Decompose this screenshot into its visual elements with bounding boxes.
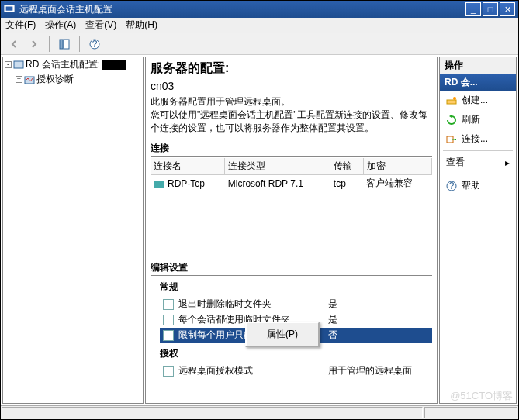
- server-icon: [13, 60, 24, 71]
- forward-button[interactable]: [26, 36, 43, 53]
- context-menu: 属性(P): [245, 322, 320, 347]
- maximize-button[interactable]: □: [483, 2, 498, 16]
- action-refresh[interactable]: 刷新: [440, 110, 516, 129]
- connections-head: 连接: [151, 142, 432, 157]
- description: 此服务器配置用于管理远程桌面。 您可以使用"远程桌面会话主机配置"工具配置新连接…: [151, 95, 432, 134]
- col-encrypt[interactable]: 加密: [363, 158, 431, 175]
- help-icon: ?: [446, 181, 457, 191]
- svg-text:?: ?: [449, 181, 455, 191]
- action-view[interactable]: 查看 ▸: [440, 153, 516, 172]
- general-head: 常规: [160, 281, 432, 294]
- action-create[interactable]: 创建...: [440, 91, 516, 110]
- refresh-icon: [446, 115, 457, 126]
- menu-action[interactable]: 操作(A): [45, 19, 76, 32]
- setting-icon: [163, 299, 174, 310]
- edit-settings-head: 编辑设置: [151, 261, 432, 276]
- toolbar: ?: [1, 33, 518, 55]
- svg-rect-10: [447, 136, 453, 143]
- tree-child-label: 授权诊断: [36, 73, 74, 86]
- minimize-button[interactable]: _: [465, 2, 481, 16]
- tree-pane: - RD 会话主机配置: + 授权诊断: [2, 57, 144, 404]
- actions-subhead: RD 会...: [440, 74, 516, 91]
- action-help[interactable]: ? 帮助: [440, 176, 516, 195]
- col-type[interactable]: 连接类型: [225, 158, 330, 175]
- create-icon: [446, 95, 457, 106]
- app-icon: [4, 4, 15, 15]
- titlebar: 远程桌面会话主机配置 _ □ ✕: [1, 1, 518, 18]
- menu-properties[interactable]: 属性(P): [248, 325, 317, 344]
- col-name[interactable]: 连接名: [151, 158, 225, 175]
- action-connect[interactable]: 连接...: [440, 129, 516, 149]
- window-title: 远程桌面会话主机配置: [19, 3, 112, 16]
- main-pane: 服务器的配置: cn03 此服务器配置用于管理远程桌面。 您可以使用"远程桌面会…: [145, 57, 438, 404]
- svg-point-9: [453, 97, 456, 100]
- connect-icon: [446, 134, 457, 145]
- svg-rect-2: [60, 40, 63, 49]
- expand-icon[interactable]: +: [16, 76, 22, 83]
- server-name: cn03: [151, 80, 432, 92]
- tree-root-label: RD 会话主机配置:: [26, 58, 100, 71]
- menubar: 文件(F) 操作(A) 查看(V) 帮助(H): [1, 18, 518, 33]
- menu-file[interactable]: 文件(F): [5, 19, 36, 32]
- expand-icon[interactable]: -: [5, 61, 12, 68]
- close-button[interactable]: ✕: [500, 2, 515, 16]
- redacted: [102, 60, 126, 70]
- connections-table: 连接名 连接类型 传输 加密 RDP-Tcp Microsoft RDP 7.1…: [151, 158, 432, 191]
- setting-row[interactable]: 退出时删除临时文件夹 是: [160, 297, 432, 312]
- setting-icon: [163, 366, 174, 377]
- actions-head: 操作: [440, 57, 516, 74]
- svg-text:?: ?: [92, 39, 98, 50]
- tree-child[interactable]: + 授权诊断: [3, 72, 143, 87]
- tree-root[interactable]: - RD 会话主机配置:: [3, 57, 143, 72]
- table-row[interactable]: RDP-Tcp Microsoft RDP 7.1 tcp 客户端兼容: [151, 175, 432, 192]
- setting-row[interactable]: 远程桌面授权模式 用于管理的远程桌面: [160, 363, 432, 378]
- svg-rect-3: [64, 40, 69, 49]
- svg-rect-6: [14, 61, 23, 68]
- license-head: 授权: [160, 347, 432, 360]
- menu-view[interactable]: 查看(V): [85, 19, 116, 32]
- svg-rect-8: [447, 100, 456, 104]
- page-title: 服务器的配置:: [151, 60, 432, 77]
- svg-rect-1: [6, 7, 13, 11]
- col-transport[interactable]: 传输: [330, 158, 364, 175]
- actions-pane: 操作 RD 会... 创建... 刷新 连接... 查看 ▸ ? 帮助: [439, 57, 517, 404]
- diagnostics-icon: [24, 74, 35, 85]
- setting-icon: [163, 330, 174, 341]
- show-tree-button[interactable]: [56, 36, 73, 53]
- setting-icon: [163, 315, 174, 325]
- watermark: @51CTO博客: [450, 389, 513, 403]
- statusbar: [1, 405, 518, 419]
- connection-icon: [154, 181, 164, 188]
- help-button[interactable]: ?: [86, 36, 103, 53]
- chevron-right-icon: ▸: [505, 157, 510, 168]
- menu-help[interactable]: 帮助(H): [126, 19, 157, 32]
- back-button[interactable]: [5, 36, 22, 53]
